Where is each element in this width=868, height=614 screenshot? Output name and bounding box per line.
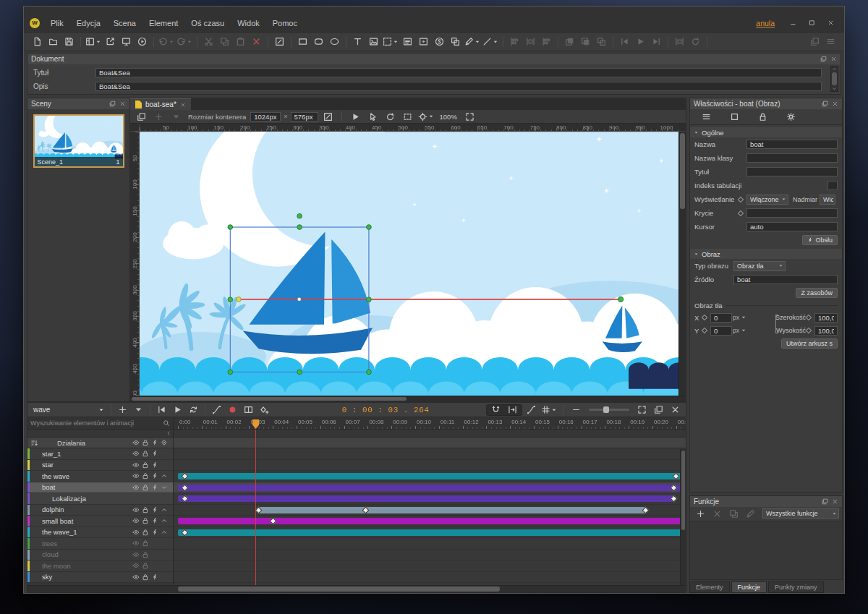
animation-icon[interactable] — [151, 574, 158, 581]
visibility-toggle-icon[interactable] — [132, 461, 140, 469]
keyframe-diamond-icon[interactable] — [806, 315, 812, 320]
menu-scena[interactable]: Scena — [107, 14, 142, 32]
caret-down-icon[interactable] — [741, 315, 746, 320]
auto-keyframe-button[interactable] — [225, 403, 240, 417]
track-row-dolphin[interactable] — [174, 505, 686, 516]
animation-bar[interactable] — [178, 495, 674, 502]
snap-toggle-button[interactable] — [488, 403, 503, 417]
float-panel-icon[interactable] — [822, 498, 828, 505]
snap-keyframes-button[interactable] — [505, 403, 520, 417]
doc-description-input[interactable] — [95, 82, 822, 91]
document-scrollbar[interactable] — [830, 66, 838, 92]
container-options-button[interactable] — [169, 109, 184, 124]
visibility-toggle-icon[interactable] — [132, 540, 140, 547]
track-row-cloud[interactable] — [174, 550, 686, 561]
text-tool-button[interactable] — [350, 35, 365, 49]
track-row-the-moon[interactable] — [174, 560, 686, 572]
rotate-tool-button[interactable] — [383, 109, 398, 124]
lock-toggle-icon[interactable] — [142, 472, 149, 479]
lock-toggle-icon[interactable] — [142, 461, 149, 469]
track-row-sky[interactable] — [174, 572, 686, 584]
lock-toggle-icon[interactable] — [142, 574, 149, 581]
animation-column-icon[interactable] — [151, 439, 158, 446]
keyframe-diamond-icon[interactable] — [806, 328, 812, 333]
rectangle-tool-button[interactable] — [295, 35, 310, 49]
track-row-the-wave-1[interactable] — [174, 527, 686, 539]
animation-icon[interactable] — [151, 529, 158, 536]
overflow-select[interactable]: Wid — [820, 195, 835, 205]
caret-down-icon[interactable] — [741, 328, 746, 333]
search-input[interactable] — [30, 419, 161, 427]
create-sprite-sheet-button[interactable]: Utwórz arkusz s — [781, 338, 838, 349]
next-scene-button[interactable] — [649, 35, 664, 49]
new-document-button[interactable] — [30, 35, 45, 49]
visibility-toggle-icon[interactable] — [132, 506, 140, 513]
add-function-button[interactable] — [693, 506, 708, 521]
rotate-element-button[interactable] — [688, 35, 703, 49]
fit-stage-button[interactable] — [462, 109, 477, 124]
timeline-row-star[interactable]: star — [27, 460, 173, 472]
doc-title-input[interactable] — [95, 68, 822, 77]
show-easing-button[interactable] — [524, 403, 539, 417]
animation-bar[interactable] — [178, 518, 684, 524]
functions-list[interactable] — [690, 521, 842, 579]
name-input[interactable] — [746, 140, 838, 149]
bg-height-input[interactable] — [814, 326, 838, 336]
copy-button[interactable] — [217, 35, 232, 49]
menu-pomoc[interactable]: Pomoc — [266, 14, 304, 32]
add-container-button[interactable] — [151, 109, 166, 124]
visibility-toggle-icon[interactable] — [132, 551, 140, 558]
dock-tab-elementy[interactable]: Elementy — [689, 581, 730, 593]
remove-function-button[interactable] — [710, 506, 725, 521]
lock-toggle-icon[interactable] — [142, 450, 149, 457]
workspace-layout-button[interactable] — [85, 35, 102, 49]
float-canvas-panel-button[interactable] — [134, 109, 149, 124]
opacity-input[interactable] — [746, 208, 838, 218]
freeform-tool-button[interactable] — [464, 35, 481, 49]
advanced-tab-button[interactable] — [783, 110, 799, 124]
scene-thumbnail[interactable]: Scene_1 1 — [33, 114, 124, 168]
toggle-panels-button[interactable] — [807, 35, 822, 49]
timeline-search[interactable] — [27, 417, 173, 430]
element-selector[interactable]: wave — [30, 406, 107, 414]
duplicate-function-button[interactable] — [726, 506, 741, 521]
close-button[interactable] — [821, 17, 840, 30]
event-handlers-button[interactable]: Obsłu — [802, 235, 838, 245]
dock-tab-punkty-zmiany[interactable]: Punkty zmiany — [768, 581, 824, 593]
expand-row-icon[interactable] — [161, 529, 168, 536]
track-row-star[interactable] — [174, 460, 686, 472]
maximize-button[interactable] — [802, 17, 821, 30]
close-panel-icon[interactable] — [830, 56, 837, 62]
visibility-toggle-icon[interactable] — [132, 484, 140, 491]
timeline-row-small-boat[interactable]: small boat — [27, 516, 173, 527]
track-row-lokalizacja[interactable] — [174, 493, 686, 505]
fit-timeline-button[interactable] — [634, 403, 650, 417]
play-timeline-button[interactable] — [170, 403, 185, 417]
timeline-row-the-moon[interactable]: the moon — [27, 560, 173, 572]
tabindex-input[interactable] — [827, 181, 838, 190]
go-to-start-button[interactable] — [154, 403, 169, 417]
undo-button[interactable] — [158, 35, 175, 49]
group-tool-button[interactable] — [448, 35, 463, 49]
timeline-row-trees[interactable]: trees — [27, 538, 173, 550]
div-tool-button[interactable] — [382, 35, 399, 49]
export-document-button[interactable] — [103, 35, 118, 49]
align-right-button[interactable] — [539, 35, 554, 49]
keyframe-diamond-icon[interactable] — [738, 196, 744, 202]
cut-button[interactable] — [201, 35, 216, 49]
keyframe-diamond-icon[interactable] — [702, 328, 707, 333]
eye-column-icon[interactable] — [132, 439, 140, 446]
timeline-row-sky[interactable]: sky — [27, 572, 173, 584]
minimize-button[interactable] — [783, 17, 802, 30]
animation-bar[interactable] — [178, 485, 684, 491]
image-type-select[interactable]: Obraz tła — [733, 261, 786, 271]
section-general[interactable]: Ogólne — [690, 127, 842, 137]
properties-tab-button[interactable] — [699, 110, 714, 124]
float-timeline-button[interactable] — [651, 403, 666, 417]
position-size-tab-button[interactable] — [727, 110, 742, 124]
canvas-horizontal-scrollbar[interactable] — [130, 396, 686, 401]
animation-icon[interactable] — [151, 484, 158, 491]
timeline-row-dolphin[interactable]: dolphin — [27, 505, 173, 516]
keyframe-diamond-icon[interactable] — [738, 210, 744, 216]
container-height-input[interactable] — [291, 112, 318, 121]
